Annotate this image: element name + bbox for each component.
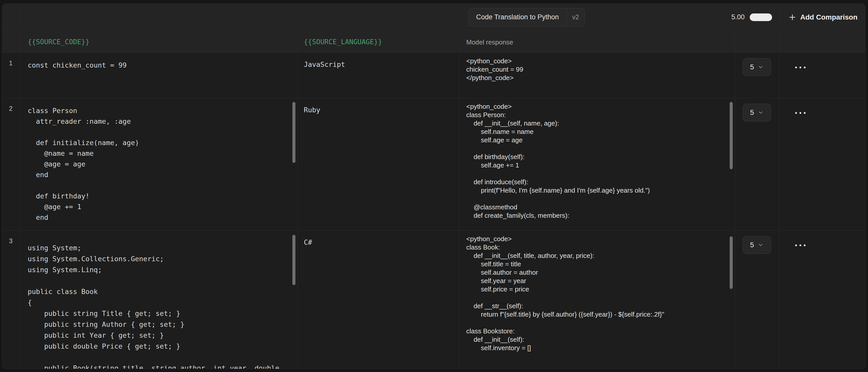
column-header-score xyxy=(735,31,779,53)
model-response-text: <python_code> class Book: def __init__(s… xyxy=(459,231,735,352)
ellipsis-dot xyxy=(795,66,797,68)
aggregate-score: 5.00 xyxy=(731,13,745,21)
model-response-label: Model response xyxy=(459,31,735,46)
source-language-cell: Ruby xyxy=(298,98,459,231)
ellipsis-dot xyxy=(804,245,806,246)
score-value: 5 xyxy=(750,241,754,249)
add-comparison-cell: Add Comparison xyxy=(779,4,865,31)
model-response-text: <python_code> chicken_count = 99 </pytho… xyxy=(459,53,735,82)
scrollbar-thumb[interactable] xyxy=(292,102,296,163)
comparison-version-badge: v2 xyxy=(567,8,585,26)
row-index: 1 xyxy=(2,53,20,98)
source-code-cell: class Person attr_reader :name, :age def… xyxy=(20,98,298,231)
comparison-table: Code Translation to Python v2 5.00 Add C… xyxy=(2,4,865,369)
aggregate-score-wrap: 5.00 xyxy=(731,13,772,21)
column-header-rownum xyxy=(2,31,20,53)
source-code-text: const chicken_count = 99 xyxy=(20,53,298,70)
row-actions-cell xyxy=(779,53,865,98)
column-header-source-code: {{SOURCE_CODE}} xyxy=(20,31,298,53)
score-cell: 5 xyxy=(735,53,779,98)
score-value: 5 xyxy=(750,109,754,117)
model-response-text: <python_code> class Person: def __init__… xyxy=(459,98,735,220)
comparison-chip[interactable]: Code Translation to Python v2 xyxy=(468,8,585,26)
scrollbar-thumb[interactable] xyxy=(730,236,733,289)
header-spacer-source-code xyxy=(20,4,298,31)
ellipsis-dot xyxy=(800,245,801,246)
row-menu-button[interactable] xyxy=(794,111,807,115)
ellipsis-dot xyxy=(795,112,797,114)
model-response-cell: <python_code> class Book: def __init__(s… xyxy=(459,231,735,369)
comparison-group-header: Code Translation to Python v2 5.00 xyxy=(459,4,779,31)
chevron-down-icon xyxy=(757,242,764,248)
header-spacer-source-language xyxy=(298,4,459,31)
model-response-cell: <python_code> class Person: def __init__… xyxy=(459,98,735,231)
row-index: 2 xyxy=(2,98,20,231)
source-code-cell: using System; using System.Collections.G… xyxy=(20,231,298,369)
ellipsis-dot xyxy=(804,66,806,68)
score-cell: 5 xyxy=(735,231,779,369)
row-menu-button[interactable] xyxy=(794,65,807,69)
add-comparison-button[interactable]: Add Comparison xyxy=(779,4,858,30)
column-header-actions xyxy=(779,31,865,53)
add-comparison-label: Add Comparison xyxy=(800,13,858,21)
source-code-text: using System; using System.Collections.G… xyxy=(20,231,298,369)
score-value: 5 xyxy=(750,63,754,71)
ellipsis-dot xyxy=(795,245,797,246)
row-index: 3 xyxy=(2,231,20,369)
column-header-source-language: {{SOURCE_LANGUAGE}} xyxy=(298,31,459,53)
row-actions-cell xyxy=(779,98,865,231)
model-response-cell: <python_code> chicken_count = 99 </pytho… xyxy=(459,53,735,98)
comparison-visibility-toggle[interactable] xyxy=(750,13,772,21)
source-code-text: class Person attr_reader :name, :age def… xyxy=(20,98,298,223)
source-language-cell: C# xyxy=(298,231,459,369)
chevron-down-icon xyxy=(757,64,764,70)
ellipsis-dot xyxy=(800,66,801,68)
source-language-cell: JavaScript xyxy=(298,53,459,98)
source-language-variable-label: {{SOURCE_LANGUAGE}} xyxy=(298,31,459,46)
ellipsis-dot xyxy=(800,112,801,114)
chevron-down-icon xyxy=(757,110,764,116)
score-dropdown[interactable]: 5 xyxy=(743,104,771,121)
scrollbar-thumb[interactable] xyxy=(730,102,733,169)
row-menu-button[interactable] xyxy=(794,244,807,247)
source-code-cell: const chicken_count = 99 xyxy=(20,53,298,98)
comparison-name: Code Translation to Python xyxy=(468,8,566,26)
column-header-model-response: Model response xyxy=(459,31,735,53)
row-actions-cell xyxy=(779,231,865,369)
score-dropdown[interactable]: 5 xyxy=(743,58,771,76)
header-spacer-rownum xyxy=(2,4,20,31)
score-cell: 5 xyxy=(735,98,779,231)
plus-icon xyxy=(788,13,796,21)
score-dropdown[interactable]: 5 xyxy=(743,236,771,254)
scrollbar-thumb[interactable] xyxy=(292,235,296,285)
ellipsis-dot xyxy=(804,112,806,114)
source-code-variable-label: {{SOURCE_CODE}} xyxy=(20,31,298,46)
